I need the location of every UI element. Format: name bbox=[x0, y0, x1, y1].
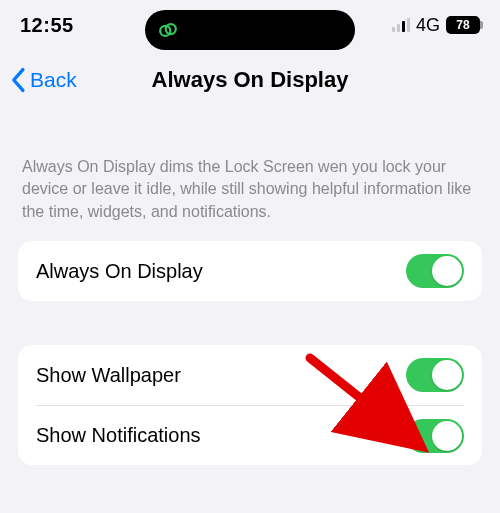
link-icon bbox=[157, 19, 179, 41]
network-label: 4G bbox=[416, 15, 440, 36]
back-label: Back bbox=[30, 68, 77, 92]
row-label: Show Wallpaper bbox=[36, 364, 406, 387]
signal-icon bbox=[392, 18, 410, 32]
row-always-on-display[interactable]: Always On Display bbox=[18, 241, 482, 301]
battery-level: 78 bbox=[456, 18, 469, 32]
nav-bar: Back Always On Display bbox=[0, 50, 500, 110]
toggle-show-wallpaper[interactable] bbox=[406, 358, 464, 392]
group-options: Show Wallpaper Show Notifications bbox=[18, 345, 482, 465]
dynamic-island bbox=[145, 10, 355, 50]
row-label: Always On Display bbox=[36, 260, 406, 283]
section-description: Always On Display dims the Lock Screen w… bbox=[18, 156, 482, 223]
back-button[interactable]: Back bbox=[10, 67, 77, 93]
status-time: 12:55 bbox=[20, 14, 74, 37]
page-title: Always On Display bbox=[152, 67, 349, 93]
row-label: Show Notifications bbox=[36, 424, 406, 447]
status-right: 4G 78 bbox=[392, 15, 480, 36]
toggle-show-notifications[interactable] bbox=[406, 419, 464, 453]
row-show-notifications[interactable]: Show Notifications bbox=[36, 405, 464, 465]
status-bar: 12:55 4G 78 bbox=[0, 0, 500, 50]
toggle-always-on-display[interactable] bbox=[406, 254, 464, 288]
battery-icon: 78 bbox=[446, 16, 480, 34]
row-show-wallpaper[interactable]: Show Wallpaper bbox=[18, 345, 482, 405]
chevron-left-icon bbox=[10, 67, 28, 93]
group-main: Always On Display bbox=[18, 241, 482, 301]
